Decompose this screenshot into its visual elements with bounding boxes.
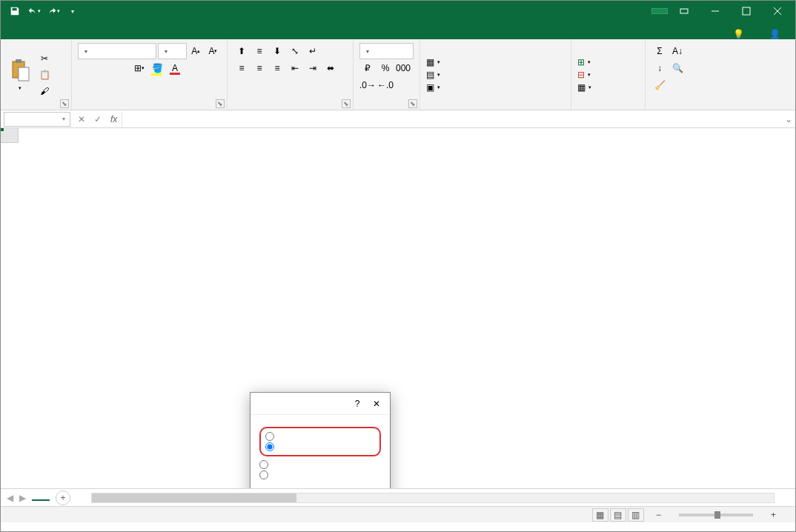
quick-access-toolbar: ▾ ▾ ▾ (1, 3, 87, 19)
maximize-icon[interactable] (732, 1, 761, 21)
format-table-button[interactable]: ▤▾ (426, 70, 565, 80)
grow-font-icon[interactable]: A▴ (188, 43, 204, 59)
minimize-icon[interactable] (700, 1, 730, 21)
redo-icon[interactable]: ▾ (45, 3, 62, 19)
group-alignment: ⬆ ≡ ⬇ ⤡ ↵ ≡ ≡ ≡ ⇤ ⇥ ⬌ ⬊ (228, 39, 354, 110)
highlighted-options (259, 427, 381, 456)
qat-customize-icon[interactable]: ▾ (64, 3, 81, 19)
cut-icon[interactable]: ✂ (36, 50, 53, 67)
help-icon[interactable]: ? (351, 398, 363, 410)
delete-cells-dialog: ? ✕ (250, 392, 391, 488)
select-all-corner[interactable] (1, 128, 19, 143)
sheet-tab[interactable] (32, 495, 50, 501)
login-button[interactable] (651, 8, 668, 14)
decrease-decimal-icon[interactable]: ←.0 (377, 77, 394, 93)
font-launcher-icon[interactable]: ⬊ (216, 99, 225, 108)
view-pagebreak-icon[interactable]: ▥ (628, 508, 644, 522)
format-cells-button[interactable]: ▦▾ (577, 82, 639, 93)
status-bar: ▦ ▤ ▥ − + (1, 506, 795, 522)
underline-button[interactable] (113, 60, 130, 76)
share-icon: 👤 (769, 29, 780, 39)
format-painter-icon[interactable]: 🖌 (36, 83, 53, 99)
decrease-indent-icon[interactable]: ⇤ (287, 60, 303, 76)
share-button[interactable]: 👤 (759, 29, 795, 39)
enter-formula-icon[interactable]: ✓ (90, 112, 106, 127)
autosum-icon[interactable]: Σ (651, 43, 668, 59)
tell-me-search[interactable]: 💡 (723, 29, 759, 39)
radio-shift-left[interactable] (265, 431, 375, 442)
tab-nav-next-icon[interactable]: ▶ (19, 493, 26, 503)
increase-indent-icon[interactable]: ⇥ (305, 60, 321, 76)
insert-cells-button[interactable]: ⊞▾ (577, 57, 639, 67)
dialog-close-icon[interactable]: ✕ (371, 398, 382, 410)
comma-icon[interactable]: 000 (395, 60, 411, 76)
view-normal-icon[interactable]: ▦ (592, 508, 608, 522)
ribbon-tabs: 💡 👤 (1, 21, 795, 39)
zoom-out-icon[interactable]: − (656, 510, 661, 520)
align-bottom-icon[interactable]: ⬇ (269, 43, 285, 59)
group-editing: Σ A↓ ↓ 🔍 🧹 (646, 39, 795, 110)
number-format-combo[interactable]: ▾ (359, 43, 414, 59)
cancel-formula-icon[interactable]: ✕ (73, 112, 90, 127)
orientation-icon[interactable]: ⤡ (287, 43, 303, 59)
copy-icon[interactable]: 📋 (36, 67, 53, 83)
zoom-in-icon[interactable]: + (771, 510, 776, 520)
svg-rect-2 (743, 7, 750, 15)
font-color-icon[interactable]: A (167, 60, 183, 76)
worksheet[interactable]: ? ✕ (1, 128, 795, 488)
align-top-icon[interactable]: ⬆ (233, 43, 250, 59)
align-right-icon[interactable]: ≡ (269, 60, 285, 76)
find-icon[interactable]: 🔍 (669, 60, 686, 76)
fill-color-icon[interactable]: 🪣 (149, 60, 165, 76)
delete-cells-button[interactable]: ⊟▾ (577, 70, 639, 80)
clear-icon[interactable]: 🧹 (651, 77, 668, 93)
align-center-icon[interactable]: ≡ (251, 60, 268, 76)
percent-icon[interactable]: % (377, 60, 394, 76)
fx-icon[interactable]: fx (106, 114, 122, 124)
save-icon[interactable] (7, 3, 23, 19)
shrink-font-icon[interactable]: A▾ (205, 43, 221, 59)
borders-icon[interactable]: ⊞▾ (131, 60, 147, 76)
zoom-slider[interactable] (679, 513, 753, 516)
wrap-text-icon[interactable]: ↵ (305, 43, 321, 59)
sort-filter-icon[interactable]: A↓ (669, 43, 686, 59)
group-cells: ⊞▾ ⊟▾ ▦▾ (571, 39, 646, 110)
increase-decimal-icon[interactable]: .0→ (359, 77, 376, 93)
font-size-combo[interactable]: ▾ (158, 43, 187, 59)
group-styles: ▦▾ ▤▾ ▣▾ (420, 39, 571, 110)
view-layout-icon[interactable]: ▤ (610, 508, 626, 522)
number-launcher-icon[interactable]: ⬊ (408, 99, 417, 108)
svg-rect-7 (19, 67, 29, 81)
svg-rect-6 (16, 59, 21, 63)
italic-button[interactable] (96, 60, 112, 76)
name-box[interactable]: ▾ (4, 112, 70, 127)
cell-styles-button[interactable]: ▣▾ (426, 82, 565, 93)
radio-column[interactable] (259, 470, 381, 480)
currency-icon[interactable]: ₽ (359, 60, 376, 76)
ribbon-options-icon[interactable] (669, 1, 699, 21)
sheet-tabs-bar: ◀ ▶ + (1, 488, 795, 506)
merge-icon[interactable]: ⬌ (322, 60, 339, 76)
close-icon[interactable] (763, 1, 792, 21)
formula-bar[interactable] (122, 112, 782, 127)
bold-button[interactable] (78, 60, 94, 76)
align-launcher-icon[interactable]: ⬊ (342, 99, 351, 108)
conditional-format-button[interactable]: ▦▾ (426, 57, 565, 67)
align-middle-icon[interactable]: ≡ (251, 43, 268, 59)
tab-nav-prev-icon[interactable]: ◀ (7, 493, 13, 503)
undo-icon[interactable]: ▾ (26, 3, 42, 19)
svg-rect-0 (680, 9, 688, 13)
fill-icon[interactable]: ↓ (651, 60, 668, 76)
ribbon: ▾ ✂ 📋 🖌 ⬊ ▾ ▾ A▴ A▾ ⊞▾ 🪣 (1, 39, 795, 110)
radio-shift-up[interactable] (265, 442, 375, 452)
add-sheet-icon[interactable]: + (56, 491, 70, 505)
radio-row[interactable] (259, 459, 381, 470)
font-name-combo[interactable]: ▾ (78, 43, 156, 59)
expand-formula-icon[interactable]: ⌄ (782, 114, 795, 124)
formula-bar-row: ▾ ✕ ✓ fx ⌄ (1, 110, 795, 128)
paste-button[interactable]: ▾ (7, 57, 33, 93)
titlebar: ▾ ▾ ▾ (1, 1, 795, 21)
clipboard-launcher-icon[interactable]: ⬊ (60, 99, 69, 108)
align-left-icon[interactable]: ≡ (233, 60, 250, 76)
horizontal-scrollbar[interactable] (91, 493, 775, 503)
